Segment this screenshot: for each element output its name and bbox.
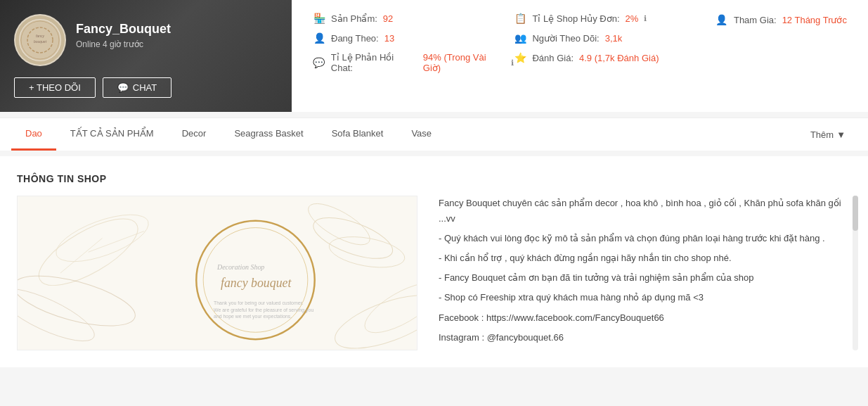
response-stat: 💬 Tỉ Lệ Phản Hồi Chat: 94% (Trong Vài Gi… bbox=[313, 52, 514, 73]
cancel-value: 2% bbox=[626, 13, 639, 24]
chevron-down-icon: ▼ bbox=[836, 129, 846, 140]
following-stat: 👤 Đang Theo: 13 bbox=[313, 32, 514, 44]
svg-text:fancy bouquet: fancy bouquet bbox=[221, 276, 292, 290]
tab-more[interactable]: Thêm ▼ bbox=[799, 120, 857, 150]
desc-line2: - Quý khách vui lòng đọc kỹ mô tả sản ph… bbox=[439, 231, 851, 246]
response-icon: 💬 bbox=[313, 57, 325, 68]
followers-value: 3,1k bbox=[605, 33, 623, 44]
svg-text:Decoration Shop: Decoration Shop bbox=[216, 263, 264, 271]
products-label: Sản Phẩm: bbox=[331, 13, 377, 24]
cancel-label: Tỉ Lệ Shop Hủy Đơn: bbox=[532, 13, 619, 24]
desc-line4: - Fancy Bouquet cảm ơn bạn đã tin tưởng … bbox=[439, 270, 851, 286]
svg-text:fancy: fancy bbox=[36, 34, 44, 38]
stats-left: 🏪 Sản Phẩm: 92 👤 Đang Theo: 13 💬 Tỉ Lệ P… bbox=[313, 13, 514, 73]
shop-info: Fancy_Bouquet Online 4 giờ trước bbox=[76, 22, 278, 59]
rating-stat: ⭐ Đánh Giá: 4.9 (1,7k Đánh Giá) bbox=[514, 52, 715, 63]
scrollbar-track[interactable] bbox=[853, 196, 858, 350]
tabs-nav: Dao TẤT CẢ SẢN PHẨM Decor Seagrass Baske… bbox=[0, 118, 868, 151]
svg-text:Thank you for being our valued: Thank you for being our valued customer. bbox=[214, 300, 303, 306]
stats-join-col: 👤 Tham Gia: 12 Tháng Trước bbox=[715, 13, 847, 73]
tab-vase[interactable]: Vase bbox=[397, 118, 446, 151]
stats-row: 🏪 Sản Phẩm: 92 👤 Đang Theo: 13 💬 Tỉ Lệ P… bbox=[313, 13, 847, 73]
following-value: 13 bbox=[384, 33, 394, 44]
response-label: Tỉ Lệ Phản Hồi Chat: bbox=[331, 52, 417, 73]
shop-stats: 🏪 Sản Phẩm: 92 👤 Đang Theo: 13 💬 Tỉ Lệ P… bbox=[292, 0, 868, 112]
rating-icon: ⭐ bbox=[514, 52, 526, 63]
followers-stat: 👥 Người Theo Dõi: 3,1k bbox=[514, 32, 715, 44]
follow-button[interactable]: + THEO DÕI bbox=[14, 77, 96, 98]
cancel-info-icon: ℹ bbox=[644, 14, 647, 23]
cancel-stat: 📋 Tỉ Lệ Shop Hủy Đơn: 2% ℹ bbox=[514, 13, 715, 24]
svg-text:bouquet: bouquet bbox=[34, 39, 47, 44]
description-container: Fancy Bouquet chuyên các sản phẩm decor … bbox=[439, 196, 851, 350]
svg-text:We are grateful for the pleasu: We are grateful for the pleasure of serv… bbox=[214, 307, 313, 313]
join-stat: 👤 Tham Gia: 12 Tháng Trước bbox=[715, 14, 847, 25]
avatar: fancy bouquet bbox=[14, 14, 66, 66]
main-content: THÔNG TIN SHOP bbox=[0, 156, 868, 367]
rating-label: Đánh Giá: bbox=[532, 53, 574, 63]
products-stat: 🏪 Sản Phẩm: 92 bbox=[313, 13, 514, 24]
join-value: 12 Tháng Trước bbox=[782, 15, 847, 25]
section-title: THÔNG TIN SHOP bbox=[17, 173, 851, 184]
svg-text:and hope we met your expectati: and hope we met your expectations. bbox=[214, 314, 292, 319]
response-value: 94% (Trong Vài Giờ) bbox=[423, 52, 506, 73]
desc-line1: Fancy Bouquet chuyên các sản phẩm decor … bbox=[439, 196, 851, 227]
join-icon: 👤 bbox=[715, 14, 728, 25]
desc-line5: - Shop có Freeship xtra quý khách mua hà… bbox=[439, 290, 851, 305]
followers-icon: 👥 bbox=[514, 32, 526, 44]
tab-seagrass[interactable]: Seagrass Basket bbox=[220, 118, 317, 151]
chat-icon: 💬 bbox=[117, 82, 129, 93]
scrollbar-thumb[interactable] bbox=[853, 196, 858, 231]
following-label: Đang Theo: bbox=[331, 33, 379, 44]
tab-all[interactable]: TẤT CẢ SẢN PHẨM bbox=[56, 118, 168, 151]
svg-rect-4 bbox=[19, 196, 416, 350]
desc-line6: Facebook : https://www.facebook.com/Fanc… bbox=[439, 310, 851, 326]
products-icon: 🏪 bbox=[313, 13, 325, 24]
shop-description: Fancy Bouquet chuyên các sản phẩm decor … bbox=[439, 196, 851, 345]
desc-line7: Instagram : @fancybouquet.66 bbox=[439, 330, 851, 345]
tab-sofa[interactable]: Sofa Blanket bbox=[318, 118, 398, 151]
shop-banner: Decoration Shop fancy bouquet Thank you … bbox=[17, 196, 417, 350]
shop-info-section: Decoration Shop fancy bouquet Thank you … bbox=[17, 196, 851, 350]
followers-label: Người Theo Dõi: bbox=[532, 33, 599, 44]
profile-section: fancy bouquet Fancy_Bouquet Online 4 giờ… bbox=[0, 0, 868, 112]
shop-status: Online 4 giờ trước bbox=[76, 39, 278, 49]
shop-name: Fancy_Bouquet bbox=[76, 22, 278, 37]
stats-middle: 📋 Tỉ Lệ Shop Hủy Đơn: 2% ℹ 👥 Người Theo … bbox=[514, 13, 715, 73]
chat-button[interactable]: 💬 CHAT bbox=[103, 77, 171, 98]
shop-header: fancy bouquet Fancy_Bouquet Online 4 giờ… bbox=[0, 0, 292, 112]
shop-actions: + THEO DÕI 💬 CHAT bbox=[14, 77, 278, 98]
tab-decor[interactable]: Decor bbox=[168, 118, 221, 151]
more-label: Thêm bbox=[810, 129, 834, 140]
tab-dao[interactable]: Dao bbox=[11, 118, 56, 151]
cancel-icon: 📋 bbox=[514, 13, 526, 24]
following-icon: 👤 bbox=[313, 32, 325, 44]
join-label: Tham Gia: bbox=[734, 15, 777, 25]
products-value: 92 bbox=[383, 13, 393, 24]
desc-line3: - Khi cần hổ trợ , quý khách đừng ngần n… bbox=[439, 250, 851, 266]
rating-value: 4.9 (1,7k Đánh Giá) bbox=[579, 53, 659, 63]
